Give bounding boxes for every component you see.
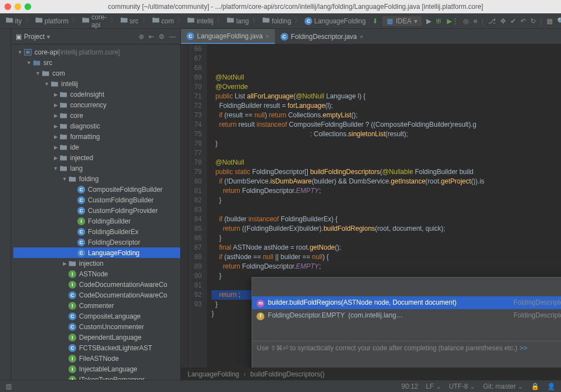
search-icon[interactable]: 🔍 [557, 17, 561, 25]
close-tab-icon[interactable]: × [265, 33, 269, 39]
expand-arrow[interactable]: ▼ [61, 176, 68, 182]
expand-arrow[interactable]: ▼ [52, 166, 59, 171]
refresh-icon[interactable]: ✥ [500, 17, 506, 25]
tree-item[interactable]: CCodeDocumentationAwareCo [13, 290, 180, 300]
coverage-icon[interactable]: ▶⋮ [447, 17, 459, 25]
folder-icon [187, 16, 195, 26]
structure-icon[interactable]: ▦ [547, 17, 553, 25]
svg-rect-1 [26, 51, 30, 53]
run-config-selector[interactable]: ▦ IDEA ▾ [382, 16, 422, 26]
target-icon[interactable]: ⊕ [139, 33, 144, 41]
tree-item[interactable]: ICommenter [13, 300, 180, 311]
expand-arrow[interactable]: ▶ [52, 123, 59, 129]
expand-arrow[interactable]: ▶ [52, 145, 59, 150]
tree-item[interactable]: ▼core-api [intellij.platform.core] [13, 47, 180, 57]
project-tree[interactable]: ▼core-api [intellij.platform.core]▼src▼c… [11, 44, 180, 380]
run-icon[interactable]: ▶ [426, 17, 431, 25]
expand-arrow[interactable]: ▼ [43, 81, 50, 87]
tree-item[interactable]: IITokenTypeRemapper [13, 374, 180, 380]
tree-item[interactable]: ▼com [13, 68, 180, 78]
expand-arrow[interactable]: ▼ [17, 49, 23, 55]
tree-item[interactable]: ▶injection [13, 258, 180, 269]
tree-item[interactable]: ▶core [13, 110, 180, 121]
code-view[interactable]: @NotNull @Override public List allForLan… [207, 44, 561, 368]
tree-item[interactable]: CFoldingDescriptor [13, 237, 180, 247]
breadcrumb-item[interactable]: folding [260, 15, 293, 27]
hide-icon[interactable]: — [169, 33, 176, 41]
tree-item[interactable]: CLanguageFolding [13, 247, 180, 258]
completion-popup[interactable]: mbuilder.buildFoldRegions(ASTNode node, … [252, 277, 561, 368]
close-tab-icon[interactable]: × [360, 33, 363, 40]
inspect-icon[interactable]: 👤 [547, 383, 555, 390]
gear-icon[interactable]: ⚙ [159, 33, 165, 41]
line-separator[interactable]: LF [426, 383, 441, 390]
popup-hint-link[interactable]: >> [520, 344, 528, 353]
breadcrumb-item[interactable]: lang [224, 15, 251, 27]
tree-item[interactable]: CFoldingBuilderEx [13, 226, 180, 237]
minimize-dot[interactable] [14, 3, 21, 10]
breadcrumb-item[interactable]: intellij [185, 15, 215, 27]
caret-position[interactable]: 90:12 [401, 383, 418, 390]
revert-icon[interactable]: ↶ [520, 17, 526, 25]
tree-item[interactable]: ▶injected [13, 152, 180, 163]
breadcrumb-item[interactable]: CLanguageFolding [302, 16, 368, 26]
encoding[interactable]: UTF-8 [449, 383, 475, 390]
tree-item[interactable]: CFCTSBackedLighterAST [13, 343, 180, 353]
expand-arrow[interactable]: ▶ [61, 261, 68, 266]
tree-item[interactable]: IDependentLanguage [13, 332, 180, 343]
editor-breadcrumb[interactable]: LanguageFolding › buildFoldingDescriptor… [181, 368, 561, 380]
maximize-dot[interactable] [24, 3, 31, 10]
project-panel-title[interactable]: ▣ Project ▾ [16, 33, 50, 41]
tree-label: com [52, 70, 65, 77]
completion-item[interactable]: fFoldingDescriptor.EMPTY (com.intellij.l… [252, 309, 561, 322]
breadcrumb-item[interactable]: core-api [80, 12, 109, 30]
tree-item[interactable]: IInjectableLanguage [13, 364, 180, 374]
collapse-icon[interactable]: ⇤ [149, 33, 154, 41]
breadcrumb-item[interactable]: platform [33, 15, 71, 27]
expand-arrow[interactable]: ▼ [35, 71, 41, 76]
tree-item[interactable]: ▶ide [13, 142, 180, 152]
editor-tab[interactable]: CFoldingDescriptor.java× [275, 29, 369, 44]
branch-icon[interactable]: ⎇ [488, 17, 496, 25]
tree-item[interactable]: ▶diagnostic [13, 121, 180, 131]
tree-item[interactable]: CCustomFoldingBuilder [13, 195, 180, 205]
expand-arrow[interactable]: ▶ [52, 102, 59, 108]
completion-item[interactable]: mbuilder.buildFoldRegions(ASTNode node, … [252, 296, 561, 309]
fold-gutter[interactable] [181, 44, 191, 368]
tree-item[interactable]: ▶codeInsight [13, 89, 180, 100]
vcs-update-icon[interactable]: ⬇ [372, 17, 378, 25]
tree-item[interactable]: ▼lang [13, 163, 180, 173]
breadcrumb-item[interactable]: src [118, 15, 141, 27]
status-icon[interactable]: ▥ [6, 383, 12, 390]
tree-item[interactable]: ▶formatting [13, 131, 180, 142]
tree-item[interactable]: ▶concurrency [13, 100, 180, 110]
expand-arrow[interactable]: ▶ [52, 155, 59, 161]
breadcrumb-item[interactable]: ity [3, 15, 24, 27]
close-dot[interactable] [4, 3, 11, 10]
profile-icon[interactable]: ◎ [463, 17, 469, 25]
tree-item[interactable]: CCompositeLanguage [13, 311, 180, 321]
breadcrumb-item[interactable]: com [150, 15, 176, 27]
expand-arrow[interactable]: ▶ [52, 134, 59, 140]
line-gutter[interactable]: 6667686970717273747576777879808182838485… [191, 44, 207, 368]
stop-icon[interactable]: ■ [473, 17, 477, 25]
debug-icon[interactable]: ⛨ [436, 17, 442, 25]
commit-icon[interactable]: ✔ [510, 17, 516, 25]
tree-item[interactable]: CCustomUncommenter [13, 321, 180, 332]
git-branch[interactable]: Git: master [483, 383, 523, 390]
tree-item[interactable]: ▼src [13, 57, 180, 68]
editor-tab[interactable]: CLanguageFolding.java× [181, 29, 275, 44]
expand-arrow[interactable]: ▼ [26, 60, 32, 66]
tree-item[interactable]: ▼folding [13, 173, 180, 184]
tree-item[interactable]: IFoldingBuilder [13, 216, 180, 226]
tree-item[interactable]: ICodeDocumentationAwareCo [13, 279, 180, 290]
history-icon[interactable]: ↻ [530, 17, 536, 25]
expand-arrow[interactable]: ▶ [52, 92, 59, 97]
tree-item[interactable]: CCompositeFoldingBuilder [13, 184, 180, 195]
tree-item[interactable]: IFileASTNode [13, 353, 180, 364]
tree-item[interactable]: CCustomFoldingProvider [13, 205, 180, 216]
tree-item[interactable]: ▼intellij [13, 78, 180, 89]
tree-item[interactable]: IASTNode [13, 269, 180, 279]
lock-icon[interactable]: 🔒 [531, 383, 539, 390]
expand-arrow[interactable]: ▶ [52, 113, 59, 118]
